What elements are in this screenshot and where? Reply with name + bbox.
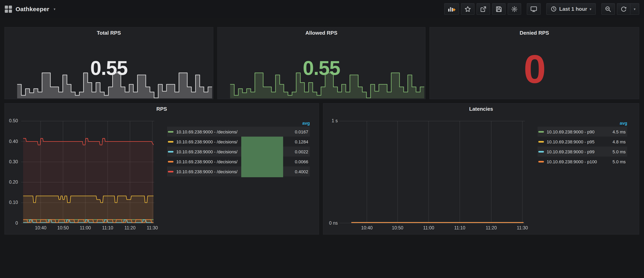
zoom-out-button[interactable] [601, 3, 615, 15]
x-axis-tick: 10:40 [358, 226, 376, 230]
legend-row[interactable]: 10.10.69.238:9000 - /decisions/ 0.4002 [167, 167, 310, 176]
stat-value-denied-rps: 0 [430, 49, 639, 89]
clock-icon [551, 6, 557, 12]
x-axis-tick: 10:50 [54, 226, 72, 230]
panel-title[interactable]: RPS [5, 106, 318, 112]
x-axis-tick: 11:20 [482, 226, 500, 230]
panel-allowed-rps: Allowed RPS 0.55 [217, 27, 426, 99]
series-label[interactable]: 10.10.69.238:9000 - p90 [547, 129, 612, 134]
grafana-dashboard: Oathkeeper ▾ [0, 0, 644, 278]
gear-icon [512, 6, 518, 12]
add-panel-icon [448, 6, 456, 12]
panel-title[interactable]: Total RPS [5, 30, 213, 36]
latencies-plot-area[interactable] [339, 121, 525, 223]
y-axis-tick: 0 [5, 221, 18, 226]
refresh-button[interactable] [617, 3, 630, 15]
dashboard-title[interactable]: Oathkeeper [16, 5, 49, 12]
latencies-legend: avg 10.10.69.238:9000 - p90 4.5 ms 10.10… [538, 119, 627, 167]
series-color-dash [168, 161, 174, 162]
series-label[interactable]: 10.10.69.238:9000 - p95 [547, 139, 612, 144]
refresh-interval-dropdown[interactable]: ▾ [630, 3, 639, 15]
legend-row[interactable]: 10.10.69.238:9000 - p100 5.0 ms [538, 157, 627, 167]
y-axis-tick: 0 ns [324, 221, 338, 226]
x-axis-tick: 11:30 [514, 226, 531, 230]
dashboards-grid-icon[interactable] [5, 5, 12, 12]
y-axis-tick: 0.20 [5, 180, 18, 184]
y-axis-tick: 0.10 [5, 200, 18, 205]
series-color-dash [538, 141, 544, 142]
series-color-dash [168, 171, 174, 172]
legend-avg-sort[interactable]: avg [620, 121, 627, 125]
add-panel-button[interactable] [444, 3, 459, 15]
series-color-dash [538, 151, 544, 152]
legend-header: avg [538, 119, 627, 127]
dashboard-title-caret-icon[interactable]: ▾ [54, 7, 56, 11]
monitor-icon [530, 6, 537, 12]
series-color-dash [538, 161, 544, 162]
legend-row[interactable]: 10.10.69.238:9000 - /decisions/ 0.0167 [167, 127, 310, 137]
save-button[interactable] [492, 3, 506, 15]
settings-button[interactable] [508, 3, 522, 15]
x-axis-tick: 11:20 [121, 226, 139, 230]
panel-denied-rps: Denied RPS 0 [430, 27, 639, 99]
legend-row[interactable]: 10.10.69.238:9000 - p99 5.0 ms [538, 147, 627, 157]
series-avg-value: 0.0066 [295, 159, 308, 164]
series-avg-value: 5.0 ms [612, 159, 626, 164]
x-axis-tick: 11:10 [451, 226, 468, 230]
series-color-dash [538, 131, 544, 132]
stat-value-allowed-rps: 0.55 [218, 58, 425, 78]
save-icon [496, 6, 502, 12]
panel-title[interactable]: Denied RPS [430, 30, 639, 36]
panel-title[interactable]: Latencies [324, 106, 639, 112]
x-axis-tick: 10:50 [389, 226, 406, 230]
series-label[interactable]: 10.10.69.238:9000 - p99 [547, 149, 612, 154]
series-color-dash [168, 131, 174, 132]
x-axis-tick: 10:40 [32, 226, 50, 230]
time-range-caret-icon: ▾ [590, 7, 591, 11]
stat-value-total-rps: 0.55 [5, 58, 213, 78]
series-avg-value: 0.1284 [295, 139, 308, 144]
cycle-view-button[interactable] [527, 3, 541, 15]
y-axis-tick: 1 s [324, 118, 338, 123]
legend-row[interactable]: 10.10.69.238:9000 - p95 4.8 ms [538, 137, 627, 147]
series-color-dash [168, 141, 174, 142]
legend-row[interactable]: 10.10.69.238:9000 - /decisions/ 0.0022 [167, 147, 310, 157]
rps-plot [21, 121, 154, 223]
series-avg-value: 4.8 ms [612, 139, 626, 144]
legend-avg-sort[interactable]: avg [302, 121, 310, 125]
share-icon [480, 6, 487, 12]
rps-legend: avg 10.10.69.238:9000 - /decisions/ 0.01… [167, 119, 310, 176]
series-avg-value: 0.0022 [295, 149, 308, 154]
star-icon [465, 6, 471, 12]
series-avg-value: 0.4002 [295, 169, 308, 174]
panel-total-rps: Total RPS 0.55 [4, 27, 213, 99]
refresh-icon [620, 6, 627, 12]
refresh-caret-icon: ▾ [634, 7, 636, 11]
x-axis-tick: 11:00 [76, 226, 94, 230]
panel-rps-graph: RPS 0.50 0.40 0.30 0.20 0.10 0 10:40 10:… [4, 103, 319, 235]
share-button[interactable] [477, 3, 490, 15]
x-axis-tick: 11:10 [99, 226, 116, 230]
panel-title[interactable]: Allowed RPS [218, 30, 425, 36]
series-avg-value: 5.0 ms [612, 149, 626, 154]
rps-plot-area[interactable] [21, 121, 154, 223]
series-color-dash [168, 151, 174, 152]
time-range-picker[interactable]: Last 1 hour ▾ [546, 3, 596, 15]
series-avg-value: 4.5 ms [612, 129, 626, 134]
panel-latencies-graph: Latencies 1 s 0 ns 10:40 10:50 11:00 11:… [323, 103, 639, 235]
legend-row[interactable]: 10.10.69.238:9000 - /decisions/ 0.0066 [167, 157, 310, 167]
legend-row[interactable]: 10.10.69.238:9000 - p90 4.5 ms [538, 127, 627, 137]
series-label[interactable]: 10.10.69.238:9000 - p100 [547, 159, 612, 164]
y-axis-tick: 0.50 [5, 118, 18, 123]
zoom-out-icon [605, 6, 611, 12]
x-axis-tick: 11:30 [144, 226, 161, 230]
legend-row[interactable]: 10.10.69.238:9000 - /decisions/ 0.1284 [167, 137, 310, 147]
series-avg-value: 0.0167 [295, 129, 308, 134]
green-overlay-box [241, 137, 283, 177]
time-range-label: Last 1 hour [559, 6, 587, 12]
star-button[interactable] [461, 3, 475, 15]
latencies-plot [339, 121, 525, 223]
navbar: Oathkeeper ▾ [0, 0, 644, 18]
series-label[interactable]: 10.10.69.238:9000 - /decisions/ [176, 129, 295, 134]
legend-header: avg [167, 119, 310, 127]
